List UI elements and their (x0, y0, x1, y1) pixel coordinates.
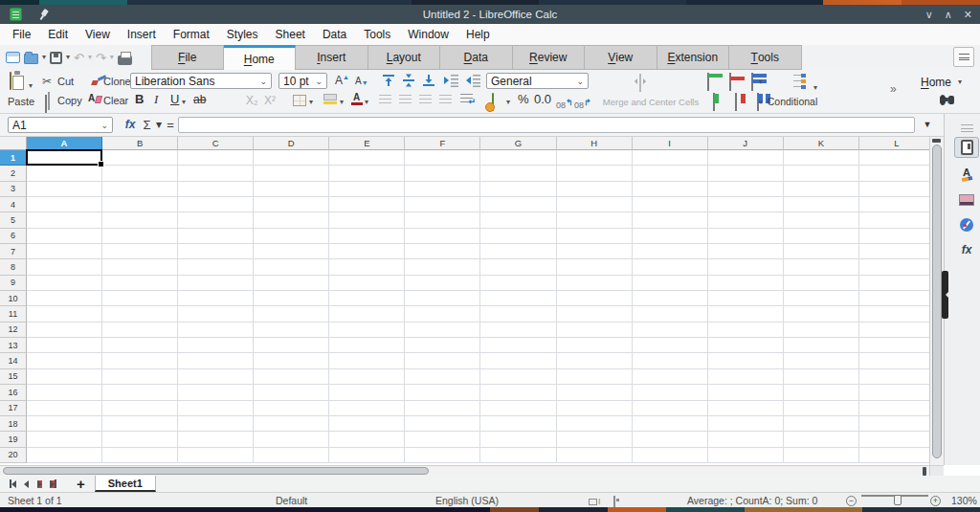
justify-icon[interactable] (439, 95, 452, 105)
cell-A9[interactable] (27, 276, 102, 291)
cell-E20[interactable] (329, 448, 405, 463)
cell-I16[interactable] (633, 385, 708, 400)
cell-E12[interactable] (329, 323, 405, 338)
tab-layout[interactable]: Layout (368, 45, 441, 70)
cell-H3[interactable] (557, 182, 633, 197)
next-sheet-icon[interactable] (33, 479, 46, 490)
cell-B17[interactable] (102, 401, 178, 416)
row-header-8[interactable]: 8 (0, 259, 27, 275)
cell-J15[interactable] (708, 369, 784, 385)
align-center-icon[interactable] (399, 95, 412, 105)
sidebar-styles-button[interactable]: A (954, 164, 979, 185)
cell-J19[interactable] (708, 432, 784, 447)
add-sheet-button[interactable]: + (77, 477, 85, 491)
cell-A2[interactable] (27, 166, 102, 181)
cell-E15[interactable] (329, 369, 405, 385)
cell-J4[interactable] (708, 197, 784, 212)
zoom-out-button[interactable]: − (846, 496, 857, 506)
cell-D14[interactable] (254, 353, 329, 368)
page-style[interactable]: Default (276, 495, 307, 506)
sum-dropdown-arrow[interactable]: ▾ (155, 117, 163, 132)
cell-I15[interactable] (633, 369, 708, 385)
cell-A5[interactable] (27, 212, 102, 228)
combo-arrow-icon[interactable]: ⌄ (576, 77, 584, 86)
cell-B11[interactable] (102, 306, 178, 322)
cell-C2[interactable] (178, 166, 254, 181)
name-box-arrow-icon[interactable]: ⌄ (100, 121, 108, 130)
cell-K20[interactable] (784, 448, 859, 463)
sheet-tab-sheet1[interactable]: Sheet1 (95, 476, 156, 492)
undo-dropdown-arrow[interactable]: ▾ (88, 54, 92, 61)
cell-E10[interactable] (329, 291, 405, 306)
cell-F2[interactable] (405, 166, 480, 181)
tab-extension[interactable]: Extension (657, 45, 730, 70)
grow-font-icon[interactable]: A▲ (335, 74, 349, 87)
cell-B18[interactable] (102, 416, 178, 432)
cell-H20[interactable] (557, 448, 633, 463)
cell-K4[interactable] (784, 197, 859, 212)
cell-B8[interactable] (102, 259, 178, 275)
clear-formatting-icon[interactable]: A (88, 94, 101, 103)
conditional-dropdown-arrow[interactable]: ▾ (813, 84, 817, 92)
row-header-10[interactable]: 10 (0, 291, 27, 306)
cell-B10[interactable] (102, 291, 178, 306)
cell-A13[interactable] (27, 338, 102, 353)
cell-F14[interactable] (405, 353, 480, 368)
cell-B14[interactable] (102, 353, 178, 368)
cell-B6[interactable] (102, 229, 178, 244)
cell-H9[interactable] (557, 276, 633, 291)
zoom-level[interactable]: 130% (951, 495, 977, 506)
select-all-corner[interactable] (0, 137, 27, 150)
cell-H19[interactable] (557, 432, 633, 447)
cell-C20[interactable] (178, 448, 254, 463)
cell-L1[interactable] (859, 150, 935, 166)
cut-icon[interactable]: ✂ (42, 76, 52, 87)
cell-H10[interactable] (557, 291, 633, 306)
cell-G17[interactable] (480, 401, 556, 416)
redo-dropdown-arrow[interactable]: ▾ (110, 54, 114, 61)
cell-G1[interactable] (480, 150, 556, 166)
cell-H6[interactable] (557, 229, 633, 244)
row-header-12[interactable]: 12 (0, 323, 27, 338)
row-header-14[interactable]: 14 (0, 353, 27, 368)
column-header-F[interactable]: F (405, 137, 480, 150)
highlight-color-icon[interactable] (323, 94, 337, 105)
cell-L13[interactable] (859, 338, 935, 353)
cell-E7[interactable] (329, 244, 405, 259)
copy-icon[interactable] (45, 95, 47, 113)
font-name-combobox[interactable]: Liberation Sans⌄ (130, 73, 272, 89)
titlebar[interactable]: Untitled 2 - LibreOffice Calc ∨ ∧ ✕ (0, 5, 980, 24)
cell-H1[interactable] (557, 150, 633, 166)
cell-G12[interactable] (480, 323, 556, 338)
cell-E13[interactable] (329, 338, 405, 353)
expand-formula-bar-arrow[interactable]: ▼ (921, 117, 934, 132)
cell-J12[interactable] (708, 323, 784, 338)
cell-I3[interactable] (633, 182, 708, 197)
tab-view[interactable]: View (585, 45, 657, 70)
cell-H11[interactable] (557, 306, 633, 322)
cell-L10[interactable] (859, 291, 935, 306)
row-header-5[interactable]: 5 (0, 212, 27, 228)
tab-tools[interactable]: Tools (729, 45, 802, 70)
cell-C17[interactable] (178, 401, 254, 416)
cell-H15[interactable] (557, 369, 633, 385)
cell-E14[interactable] (329, 353, 405, 368)
select-rows-icon[interactable] (751, 73, 753, 91)
cell-G6[interactable] (480, 229, 556, 244)
menu-file[interactable]: File (4, 26, 39, 43)
cell-G18[interactable] (480, 416, 556, 432)
cell-I9[interactable] (633, 276, 708, 291)
currency-format-icon[interactable] (492, 93, 494, 111)
paste-label[interactable]: Paste (2, 96, 40, 107)
cell-I13[interactable] (633, 338, 708, 353)
cell-A1[interactable] (27, 150, 102, 166)
column-header-H[interactable]: H (557, 137, 633, 150)
insert-column-left-icon[interactable] (713, 93, 715, 111)
cell-D10[interactable] (254, 291, 329, 306)
menubar-toggle-icon[interactable] (6, 52, 20, 63)
cell-H16[interactable] (557, 385, 633, 400)
menu-help[interactable]: Help (457, 26, 499, 43)
cell-F12[interactable] (405, 323, 480, 338)
cell-B9[interactable] (102, 276, 178, 291)
menu-data[interactable]: Data (314, 26, 355, 43)
